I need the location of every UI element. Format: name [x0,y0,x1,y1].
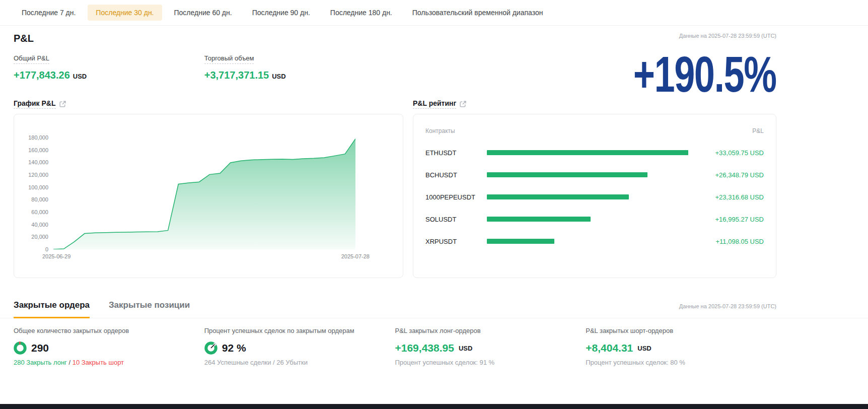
ranking-pnl-header: P&L [752,127,764,134]
long-orders-pnl-label: P&L закрытых лонг-ордеров [395,327,586,334]
tab-last-90-days[interactable]: Последние 90 дн. [244,5,318,21]
pnl-dashboard: Последние 7 дн. Последние 30 дн. Последн… [14,0,776,366]
y-axis-tick-label: 60,000 [31,209,48,215]
pnl-area-chart[interactable] [53,138,355,249]
pnl-bar-track [487,172,688,177]
pnl-bar [487,194,629,199]
contract-symbol: SOLUSDT [425,216,487,223]
ranking-row: BCHUSDT +26,348.79 USD [425,164,764,186]
trading-volume-stat: Торговый объем +3,717,371.15USD [204,53,395,81]
tab-closed-orders[interactable]: Закрытые ордера [14,300,90,318]
pnl-bar [487,239,554,244]
chart-y-axis: 020,00040,00060,00080,000100,000120,0001… [21,138,53,249]
win-rate-stat: Процент успешных сделок по закрытым орде… [204,327,395,366]
total-closed-orders-stat: Общее количество закрытых ордеров 290 28… [14,327,204,366]
pnl-ranking-column: P&L рейтинг Контракты P&L ETHUSDT [413,99,776,278]
x-axis-start-label: 2025-06-29 [42,253,70,259]
pnl-ranking-title[interactable]: P&L рейтинг [413,99,456,109]
total-pnl-percent: +190.5% [633,49,776,99]
orders-tab-bar: Закрытые ордера Закрытые позиции Данные … [0,300,868,318]
pnl-section-title: P&L [14,33,34,44]
win-loss-breakdown: 264 Успешные сделки / 26 Убытки [204,359,395,366]
tab-closed-positions[interactable]: Закрытые позиции [109,300,190,318]
pnl-bar-track [487,194,688,199]
ranking-row: XRPUSDT +11,098.05 USD [425,230,764,252]
contract-symbol: BCHUSDT [425,171,487,179]
y-axis-tick-label: 40,000 [31,222,48,228]
contract-pnl-value: +16,995.27 USD [688,216,764,223]
trading-volume-value: +3,717,371.15 [204,70,269,81]
close-short-count: 10 Закрыть шорт [73,359,124,366]
short-orders-pnl-unit: USD [637,345,651,352]
total-pnl-value: +177,843.26 [14,70,70,81]
short-orders-pnl-label: P&L закрытых шорт-ордеров [586,327,776,334]
orders-stats-row: Общее количество закрытых ордеров 290 28… [14,327,776,366]
long-orders-win-rate: Процент успешных сделок: 91 % [395,359,586,366]
total-closed-orders-label: Общее количество закрытых ордеров [14,327,204,334]
long-orders-pnl-unit: USD [459,345,472,352]
tab-last-60-days[interactable]: Последние 60 дн. [166,5,240,21]
win-rate-label: Процент успешных сделок по закрытым орде… [204,327,395,334]
external-link-icon[interactable] [460,101,466,107]
pnl-cards-row: График P&L 020,00040,00060,00080,000100,… [14,99,776,278]
pnl-chart-column: График P&L 020,00040,00060,00080,000100,… [14,99,403,278]
close-long-count: 280 Закрыть лонг [14,359,67,366]
pnl-data-timestamp: Данные на 2025-07-28 23:59:59 (UTC) [679,33,776,39]
short-orders-win-rate: Процент успешных сделок: 80 % [586,359,776,366]
pnl-section: P&L Данные на 2025-07-28 23:59:59 (UTC) … [14,26,776,278]
pnl-bar [487,150,688,155]
y-axis-tick-label: 140,000 [28,159,48,165]
pnl-chart-card: 020,00040,00060,00080,000100,000120,0001… [14,114,403,278]
pnl-area-chart-svg [53,138,355,249]
y-axis-tick-label: 100,000 [28,184,48,190]
ranking-header: Контракты P&L [425,127,764,134]
win-rate-gauge-icon [204,342,218,355]
long-orders-pnl-value: +169,438.95 [395,342,454,354]
y-axis-tick-label: 80,000 [31,196,48,202]
orders-data-timestamp: Данные на 2025-07-28 23:59:59 (UTC) [679,303,776,309]
total-pnl-unit: USD [73,73,87,80]
footer-bar [0,404,868,409]
chart-x-axis: 2025-06-29 2025-07-28 [53,253,355,259]
contract-symbol: ETHUSDT [425,149,487,157]
total-closed-orders-value: 290 [31,342,49,354]
orders-donut-icon [14,342,27,355]
y-axis-tick-label: 0 [45,246,48,252]
short-orders-pnl-stat: P&L закрытых шорт-ордеров +8,404.31 USD … [586,327,776,366]
long-orders-pnl-stat: P&L закрытых лонг-ордеров +169,438.95 US… [395,327,586,366]
pnl-section-header: P&L Данные на 2025-07-28 23:59:59 (UTC) [14,33,776,44]
tab-last-30-days[interactable]: Последние 30 дн. [88,5,162,21]
period-tab-bar: Последние 7 дн. Последние 30 дн. Последн… [14,0,776,25]
contract-pnl-value: +33,059.75 USD [688,149,764,157]
y-axis-tick-label: 120,000 [28,172,48,178]
trading-volume-unit: USD [272,73,285,80]
pnl-bar-track [487,217,688,222]
ranking-row: ETHUSDT +33,059.75 USD [425,142,764,164]
total-pnl-stat: Общий P&L +177,843.26USD [14,53,204,81]
pnl-bar [487,172,647,177]
closed-orders-breakdown: 280 Закрыть лонг / 10 Закрыть шорт [14,359,204,366]
pnl-ranking-card: Контракты P&L ETHUSDT +33,059.75 USD BCH… [413,114,776,278]
tab-last-180-days[interactable]: Последние 180 дн. [322,5,400,21]
x-axis-end-label: 2025-07-28 [341,253,370,259]
pnl-chart-title[interactable]: График P&L [14,99,56,109]
external-link-icon[interactable] [59,101,66,107]
pnl-bar [487,217,591,222]
contract-symbol: 1000PEPEUSDT [425,193,487,201]
tab-custom-range[interactable]: Пользовательский временной диапазон [404,5,551,21]
y-axis-tick-label: 160,000 [28,147,48,153]
ranking-row: SOLUSDT +16,995.27 USD [425,208,764,230]
contract-pnl-value: +23,316.68 USD [688,193,764,201]
contract-pnl-value: +11,098.05 USD [688,238,764,245]
pnl-bar-track [487,239,688,244]
contract-symbol: XRPUSDT [425,238,487,245]
win-rate-value: 92 % [222,342,246,354]
contract-pnl-value: +26,348.79 USD [688,171,764,179]
total-pnl-label[interactable]: Общий P&L [14,54,49,64]
ranking-row: 1000PEPEUSDT +23,316.68 USD [425,186,764,208]
y-axis-tick-label: 20,000 [31,234,48,240]
trading-volume-label[interactable]: Торговый объем [204,54,254,64]
tab-last-7-days[interactable]: Последние 7 дн. [14,5,84,21]
closed-orders-section: Закрытые ордера Закрытые позиции Данные … [14,300,776,366]
y-axis-tick-label: 180,000 [28,134,48,141]
